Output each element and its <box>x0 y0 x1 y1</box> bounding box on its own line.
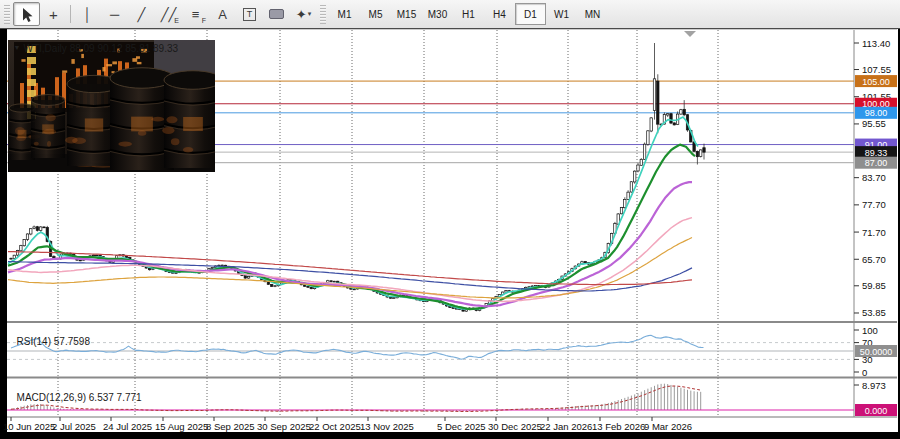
svg-text:0: 0 <box>862 367 867 378</box>
toolbar: +│─╱╱╱E≡FAT✦▾M1M5M15M30H1H4D1W1MN <box>0 0 900 29</box>
date-label: 30 Dec 2025 <box>488 421 542 432</box>
timeframe-m15-button[interactable]: M15 <box>391 3 422 25</box>
text-icon: A <box>218 7 227 22</box>
rsi-indicator-label: RSI(14) 57.7598 <box>11 325 90 347</box>
svg-text:113.40: 113.40 <box>862 38 890 49</box>
cursor-icon <box>20 7 33 22</box>
text-label-icon: T <box>243 8 256 21</box>
text-label-tool-button[interactable]: T <box>236 2 263 26</box>
equidistant-channel-tool-button[interactable]: ╱╱E <box>155 2 182 26</box>
toolbar-grip-2[interactable] <box>320 5 326 24</box>
equidistant-channel-letter: E <box>174 17 179 24</box>
fibonacci-letter: F <box>202 17 206 24</box>
symbol-period-label: WTI,Daily <box>24 43 67 54</box>
date-label: 30 Sep 2025 <box>257 421 311 432</box>
timeframe-m5-button[interactable]: M5 <box>360 3 391 25</box>
trading-terminal-window: { "toolbar": { "tools": [ {"name":"curso… <box>0 0 900 439</box>
trendline-icon: ╱ <box>138 7 146 22</box>
timeframe-w1-button[interactable]: W1 <box>546 3 577 25</box>
vertical-line-tool-button[interactable]: │ <box>74 2 101 26</box>
date-label: 9 Mar 2026 <box>644 421 692 432</box>
rsi-50-badge: 50.0000 <box>860 347 893 357</box>
trendline-tool-button[interactable]: ╱ <box>128 2 155 26</box>
fibonacci-icon: ≡ <box>192 7 200 22</box>
vertical-line-icon: │ <box>83 7 91 22</box>
badge-105.00: 105.00 <box>862 77 890 87</box>
macd-name: MACD(12,26,9) <box>17 392 86 403</box>
macd-indicator-label: MACD(12,26,9) 6.537 7.771 <box>11 381 142 403</box>
horizontal-line-tool-button[interactable]: ─ <box>101 2 128 26</box>
svg-text:53.85: 53.85 <box>862 307 886 318</box>
timeframe-m30-button[interactable]: M30 <box>422 3 453 25</box>
date-label: 2 Jul 2025 <box>52 421 96 432</box>
date-label: 13 Nov 2025 <box>360 421 414 432</box>
date-label: 22 Jan 2026 <box>540 421 592 432</box>
oil-barrels-photo <box>8 40 222 172</box>
rsi-value: 57.7598 <box>54 336 90 347</box>
svg-text:107.55: 107.55 <box>862 64 891 75</box>
svg-text:71.70: 71.70 <box>862 227 886 238</box>
date-label: 5 Dec 2025 <box>437 421 486 432</box>
svg-text:100: 100 <box>862 325 878 336</box>
date-label: 8 Sep 2025 <box>206 421 255 432</box>
svg-text:95.55: 95.55 <box>862 118 886 129</box>
toolbar-separator <box>70 5 71 23</box>
cursor-tool-button[interactable] <box>13 2 40 26</box>
date-label: 15 Aug 2025 <box>155 421 208 432</box>
badge-87.00: 87.00 <box>865 158 888 168</box>
fibonacci-tool-button[interactable]: ≡F <box>182 2 209 26</box>
crosshair-tool-button[interactable]: + <box>40 2 67 26</box>
dropdown-arrow-icon: ▾ <box>308 10 312 18</box>
svg-text:65.70: 65.70 <box>862 254 886 265</box>
macd-values: 6.537 7.771 <box>89 392 142 403</box>
toolbar-grip-1[interactable] <box>4 5 10 24</box>
date-label: 13 Feb 2026 <box>592 421 645 432</box>
shapes-tool-button[interactable] <box>263 2 290 26</box>
rsi-name: RSI(14) <box>17 336 51 347</box>
text-tool-button[interactable]: A <box>209 2 236 26</box>
badge-98.00: 98.00 <box>865 108 888 118</box>
svg-text:83.70: 83.70 <box>862 172 886 183</box>
timeframe-h1-button[interactable]: H1 <box>453 3 484 25</box>
crosshair-icon: + <box>49 6 58 23</box>
timeframe-mn-button[interactable]: MN <box>577 3 608 25</box>
timeframe-d1-button[interactable]: D1 <box>515 3 546 25</box>
chart-canvas[interactable]: 113.40107.55101.5595.5583.7077.7071.7065… <box>0 0 900 439</box>
svg-text:77.70: 77.70 <box>862 199 886 210</box>
svg-text:59.85: 59.85 <box>862 280 886 291</box>
timeframe-h4-button[interactable]: H4 <box>484 3 515 25</box>
macd-zero-badge: 0.000 <box>865 406 888 416</box>
date-label: 24 Jul 2025 <box>103 421 152 432</box>
chart-title: ▼WTI,Daily 88.09 90.12 85.81 89.33 <box>8 32 178 54</box>
arrows-tool-button[interactable]: ✦▾ <box>290 2 317 26</box>
arrows-icon: ✦ <box>296 7 307 22</box>
badge-89.33: 89.33 <box>865 148 888 158</box>
date-label: 10 Jun 2025 <box>3 421 55 432</box>
symbol-dropdown-caret-icon[interactable]: ▼ <box>14 44 21 51</box>
horizontal-line-icon: ─ <box>110 7 119 22</box>
date-label: 22 Oct 2025 <box>309 421 361 432</box>
rectangle-shape-icon <box>269 9 284 19</box>
svg-text:8.973: 8.973 <box>862 380 886 391</box>
timeframe-m1-button[interactable]: M1 <box>329 3 360 25</box>
ohlc-values: 88.09 90.12 85.81 89.33 <box>70 43 178 54</box>
